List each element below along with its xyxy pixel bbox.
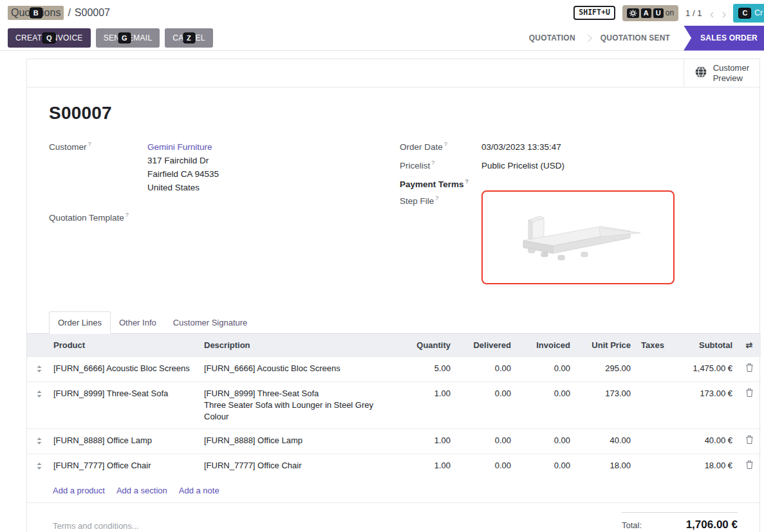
delete-line-icon[interactable] [746,460,753,472]
customer-link[interactable]: Gemini Furniture [147,142,212,152]
add-section-link[interactable]: Add a section [116,486,167,495]
pricelist-field: Pricelist? Public Pricelist (USD) [400,159,738,172]
status-step-quotation[interactable]: QUOTATION [521,26,584,51]
tab-customer-signature[interactable]: Customer Signature [165,312,256,333]
quotation-template-field[interactable]: Quotation Template? [49,211,387,223]
create-invoice-button[interactable]: CREATE INVOICE Q [8,28,91,48]
order-date-value[interactable]: 03/03/2023 13:35:47 [481,140,561,154]
order-line-product[interactable]: [FURN_8999] Three-Seat Sofa [51,381,202,428]
drag-handle-icon[interactable] [37,436,42,448]
kbd-hint-u: U [653,8,664,18]
total-block: Total: 1,706.00 € [622,512,738,531]
order-line-row[interactable]: [FURN_6666] Acoustic Bloc Screens [FURN_… [27,356,761,381]
col-options: ⇄ [738,334,761,357]
terms-input[interactable]: Terms and conditions... [53,521,139,531]
step-file-image[interactable] [481,190,675,284]
status-step-quotation-sent[interactable]: QUOTATION SENT [592,26,678,51]
help-icon: ? [126,212,129,218]
order-line-delivered[interactable]: 0.00 [456,454,516,479]
kbd-hint-shift-u: SHIFT+U [573,6,615,20]
add-links-row: Add a product Add a section Add a note [27,479,759,503]
action-button[interactable]: A U on [622,5,678,21]
screen: Quotations B / S00007 SHIFT+U A U [0,0,764,532]
pricelist-value[interactable]: Public Pricelist (USD) [481,159,564,172]
order-line-description[interactable]: [FURN_8888] Office Lamp [202,428,399,454]
col-product: Product [51,334,202,357]
order-line-row[interactable]: [FURN_8888] Office Lamp [FURN_8888] Offi… [27,428,761,454]
order-line-product[interactable]: [FURN_7777] Office Chair [51,454,202,479]
pager-next-icon[interactable]: › [722,6,726,20]
help-icon: ? [431,160,434,166]
col-taxes: Taxes [636,334,666,357]
order-line-taxes[interactable] [636,381,666,428]
order-line-delivered[interactable]: 0.00 [456,356,516,381]
order-sheet: S00007 Customer? Gemini Furniture 317 Fa… [27,103,759,289]
order-line-invoiced[interactable]: 0.00 [516,454,575,479]
drag-handle-icon[interactable] [37,389,42,401]
delete-line-icon[interactable] [746,435,753,447]
add-product-link[interactable]: Add a product [53,486,105,495]
order-line-delivered[interactable]: 0.00 [456,381,516,428]
customer-preview-button[interactable]: Customer Preview [684,59,759,87]
order-line-quantity[interactable]: 1.00 [399,381,456,428]
order-line-quantity[interactable]: 1.00 [399,428,456,454]
delete-line-icon[interactable] [746,363,753,375]
statusbar: QUOTATION QUOTATION SENT SALES ORDER [521,26,764,50]
help-icon: ? [444,141,447,147]
left-fields: Customer? Gemini Furniture 317 Fairchild… [49,140,387,228]
order-line-description[interactable]: [FURN_8999] Three-Seat SofaThree Seater … [202,381,399,428]
breadcrumb: Quotations B / S00007 [8,6,110,20]
order-line-quantity[interactable]: 5.00 [399,356,456,381]
order-line-row[interactable]: [FURN_8999] Three-Seat Sofa [FURN_8999] … [27,381,761,428]
col-unit-price: Unit Price [575,334,636,357]
breadcrumb-quotations[interactable]: Quotations B [8,6,64,20]
order-line-invoiced[interactable]: 0.00 [516,356,575,381]
cancel-button[interactable]: CANCEL Z [165,28,212,48]
order-line-taxes[interactable] [636,356,666,381]
payment-terms-label: Payment Terms? [400,178,481,189]
order-line-unit-price[interactable]: 18.00 [575,454,636,479]
status-step-sales-order[interactable]: SALES ORDER [684,26,764,51]
add-note-link[interactable]: Add a note [179,486,219,495]
customer-preview-label: Customer Preview [713,63,749,83]
drag-handle-icon[interactable] [37,364,42,376]
order-line-invoiced[interactable]: 0.00 [516,381,575,428]
step-file-field: Step File? [400,194,738,284]
col-invoiced: Invoiced [516,334,575,357]
order-line-invoiced[interactable]: 0.00 [516,428,575,454]
delete-line-icon[interactable] [746,388,753,400]
order-line-taxes[interactable] [636,428,666,454]
drag-handle-icon[interactable] [37,461,42,473]
order-line-taxes[interactable] [636,454,666,479]
order-line-unit-price[interactable]: 40.00 [575,428,636,454]
order-line-unit-price[interactable]: 295.00 [575,356,636,381]
order-line-description[interactable]: [FURN_7777] Office Chair [202,454,399,479]
right-fields: Order Date? 03/03/2023 13:35:47 Pricelis… [400,140,738,289]
table-header-row: Product Description Quantity Delivered I… [27,334,761,357]
create-button[interactable]: C Cr [733,4,764,23]
total-value: 1,706.00 € [686,518,738,531]
order-line-description[interactable]: [FURN_6666] Acoustic Bloc Screens [202,356,399,381]
order-line-delivered[interactable]: 0.00 [456,428,516,454]
kbd-hint-q: Q [43,33,55,43]
optional-columns-icon[interactable]: ⇄ [746,340,753,350]
payment-terms-field[interactable]: Payment Terms? [400,178,738,189]
order-line-row[interactable]: [FURN_7777] Office Chair [FURN_7777] Off… [27,454,761,479]
col-delivered: Delivered [456,334,516,357]
order-line-subtotal: 40.00 € [666,428,738,454]
order-line-unit-price[interactable]: 173.00 [575,381,636,428]
tab-order-lines[interactable]: Order Lines [49,311,111,334]
order-line-quantity[interactable]: 1.00 [399,454,456,479]
order-date-label: Order Date? [400,140,481,154]
pager-count: 1 / 1 [685,8,702,18]
kbd-hint-b: B [30,8,42,18]
col-description: Description [202,334,399,357]
tab-other-info[interactable]: Other Info [111,312,165,333]
chevron-separator-icon [584,34,592,42]
order-line-product[interactable]: [FURN_6666] Acoustic Bloc Screens [51,356,202,381]
order-line-product[interactable]: [FURN_8888] Office Lamp [51,428,202,454]
kbd-hint-c: C [739,8,750,18]
send-email-button[interactable]: SEND EMAIL G [96,28,160,48]
pager-prev-icon[interactable]: ‹ [709,6,714,20]
notebook-tabs: Order Lines Other Info Customer Signatur… [27,311,759,334]
